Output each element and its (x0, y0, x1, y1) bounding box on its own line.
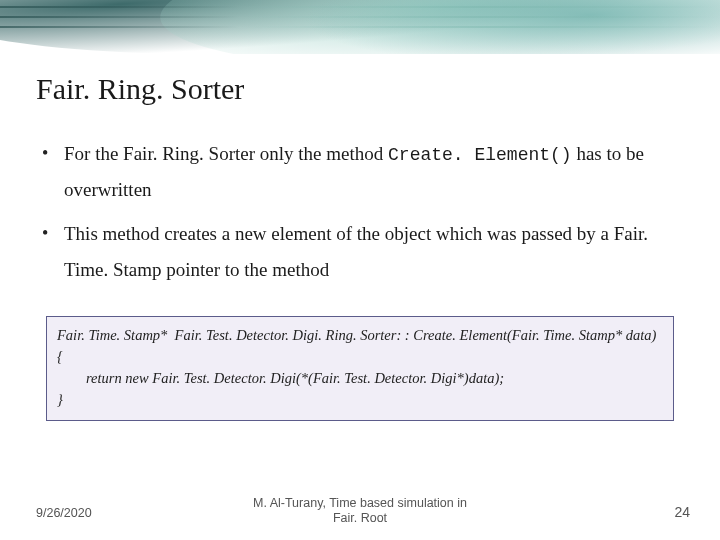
code-inline: Create. Element() (388, 145, 572, 165)
bullet-item: This method creates a new element of the… (36, 216, 684, 288)
footer-attribution: M. Al-Turany, Time based simulation in F… (0, 496, 720, 526)
decorative-banner (0, 0, 720, 54)
bullet-text: For the Fair. Ring. Sorter only the meth… (64, 143, 388, 164)
bullet-list: For the Fair. Ring. Sorter only the meth… (36, 136, 684, 288)
bullet-text: This method creates a new element of the… (64, 223, 648, 280)
bullet-item: For the Fair. Ring. Sorter only the meth… (36, 136, 684, 208)
footer-line2: Fair. Root (333, 511, 387, 525)
footer-line1: M. Al-Turany, Time based simulation in (253, 496, 467, 510)
slide-footer: 9/26/2020 M. Al-Turany, Time based simul… (0, 494, 720, 528)
page-number: 24 (674, 504, 690, 520)
code-box: Fair. Time. Stamp* Fair. Test. Detector.… (46, 316, 674, 420)
slide-title: Fair. Ring. Sorter (36, 72, 720, 106)
